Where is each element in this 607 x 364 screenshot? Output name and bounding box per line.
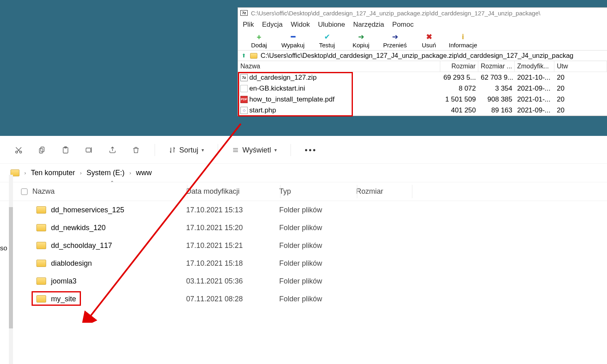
test-button[interactable]: ✔Testuj [310,33,344,49]
folder-icon [36,242,46,249]
toolbar-label: Przenieś [383,42,407,49]
copy-button[interactable]: ➔Kopiuj [344,33,378,49]
col-name[interactable]: Nazwa [32,187,186,196]
archive-file-row[interactable]: PDFhow_to_install_template.pdf1 501 5099… [238,94,607,105]
rename-icon[interactable] [84,145,94,155]
folder-type: Folder plików [279,277,356,286]
svg-rect-6 [86,148,91,152]
toolbar-label: Kopiuj [352,42,369,49]
toolbar-label: Dodaj [251,42,267,49]
col-size[interactable]: Rozmiar [356,187,421,196]
menu-pomoc[interactable]: Pomoc [392,21,414,29]
file-size: 69 293 5... [440,74,478,82]
folder-date: 17.10.2021 15:20 [186,224,279,232]
col-created[interactable]: Utw [554,61,607,72]
folder-icon [36,295,46,303]
extract-button[interactable]: ━Wypakuj [276,33,310,49]
more-button[interactable]: ••• [305,146,317,155]
folder-row[interactable]: diablodesign17.10.2021 15:18Folder plikó… [0,254,607,272]
info-button[interactable]: iInformacje [446,33,480,49]
menu-widok[interactable]: Widok [291,21,310,29]
toolbar-label: Wypakuj [281,42,304,49]
folder-name: joomla3 [51,277,76,286]
file-type-icon: PDF [240,96,248,103]
explorer-column-headers: ⌃ Nazwa Data modyfikacji Typ Rozmiar [0,182,607,201]
folder-icon [36,277,46,285]
svg-rect-3 [39,148,42,153]
test-icon: ✔ [324,33,330,41]
file-modified: 2021-09-... [515,106,554,114]
file-name: how_to_install_template.pdf [249,95,335,104]
col-packed[interactable]: Rozmiar ... [478,61,515,72]
paste-icon[interactable] [61,145,70,155]
folder-row[interactable]: my_site07.11.2021 08:28Folder plików [0,290,607,308]
toolbar-separator [291,144,291,156]
share-icon[interactable] [108,145,117,155]
svg-point-1 [20,151,22,153]
folder-type: Folder plików [279,241,356,250]
folder-icon [36,206,46,214]
sort-button[interactable]: Sortuj ▾ [169,146,204,154]
folder-row[interactable]: joomla303.11.2021 05:36Folder plików [0,272,607,290]
col-name[interactable]: Nazwa [238,61,440,72]
copy-icon[interactable] [37,145,47,155]
sevenzip-logo-icon: 7z [240,10,248,16]
file-packed-size: 62 703 9... [478,74,515,82]
file-created: 20 [554,85,607,93]
col-mod[interactable]: Zmodyfik... [515,61,554,72]
archive-file-row[interactable]: en-GB.kickstart.ini8 0723 3542021-09-...… [238,83,607,94]
delete-icon[interactable] [131,145,141,155]
file-name: start.php [249,106,276,114]
file-modified: 2021-09-... [515,85,554,93]
menu-narzedzia[interactable]: Narzędzia [353,21,384,29]
folder-type: Folder plików [279,259,356,268]
col-type[interactable]: Typ [279,187,356,196]
up-icon[interactable]: ⬆ [240,53,247,59]
breadcrumb-segment[interactable]: System (E:) [87,169,125,177]
folder-row[interactable]: dd_homeservices_12517.10.2021 15:13Folde… [0,201,607,219]
col-size[interactable]: Rozmiar [440,61,478,72]
sort-indicator-icon: ⌃ [110,180,114,186]
move-button[interactable]: ➔Przenieś [378,33,412,49]
toolbar-separator [155,144,155,156]
toolbar-label: Usuń [422,42,436,49]
file-packed-size: 908 385 [478,95,515,104]
file-size: 8 072 [440,85,478,93]
sevenzip-menubar: Plik Edycja Widok Ulubione Narzędzia Pom… [238,18,607,32]
cut-icon[interactable] [14,145,23,155]
add-button[interactable]: ＋Dodaj [242,33,276,49]
sort-label: Sortuj [179,146,198,154]
breadcrumb-segment[interactable]: Ten komputer [31,169,75,177]
file-type-icon: ◇ [240,107,248,114]
view-button[interactable]: Wyświetl ▾ [232,146,277,154]
select-all-checkbox[interactable] [21,188,28,195]
menu-plik[interactable]: Plik [243,21,254,29]
file-name: dd_cardesign_127.zip [249,74,316,82]
col-date[interactable]: Data modyfikacji [186,187,279,196]
explorer-window: so Sortuj ▾ Wyświetl [0,136,607,364]
archive-file-row[interactable]: 7zdd_cardesign_127.zip69 293 5...62 703 … [238,72,607,83]
chevron-right-icon: › [24,170,26,176]
folder-row[interactable]: dd_newkids_12017.10.2021 15:20Folder pli… [0,219,607,237]
file-size: 401 250 [440,106,478,114]
folder-row[interactable]: dd_schoolday_11717.10.2021 15:21Folder p… [0,237,607,254]
folder-icon [36,224,46,231]
sort-icon [169,146,176,154]
folder-name: diablodesign [51,259,92,268]
chevron-down-icon: ▾ [274,147,277,153]
sevenzip-title: C:\Users\offic\Desktop\dd_carddesign_127… [251,10,540,17]
explorer-breadcrumb[interactable]: › Ten komputer › System (E:) › www [0,164,607,182]
toolbar-label: Informacje [449,42,477,49]
menu-ulubione[interactable]: Ulubione [318,21,345,29]
archive-file-row[interactable]: ◇start.php401 25089 1632021-09-...20 [238,105,607,116]
sevenzip-path[interactable]: C:\Users\offic\Desktop\dd_carddesign_127… [261,52,605,59]
chevron-down-icon: ▾ [202,147,204,153]
sevenzip-titlebar: 7z C:\Users\offic\Desktop\dd_carddesign_… [238,8,607,18]
chevron-right-icon: › [80,170,81,176]
svg-point-0 [16,151,18,153]
breadcrumb-segment[interactable]: www [136,169,152,177]
svg-rect-2 [41,147,44,152]
delete-button[interactable]: ✖Usuń [412,33,446,49]
menu-edycja[interactable]: Edycja [262,21,282,29]
folder-name: my_site [51,295,76,303]
